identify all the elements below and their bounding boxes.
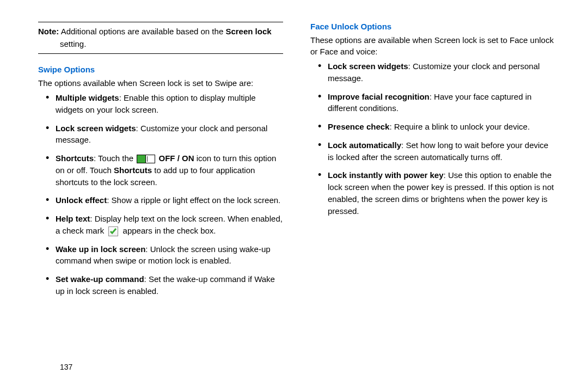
- item-term: Wake up in lock screen: [56, 244, 145, 254]
- list-item: Help text: Display help text on the lock…: [46, 213, 283, 237]
- item-term: Presence check: [328, 122, 389, 131]
- note-section: Note: Additional options are available b…: [38, 22, 283, 54]
- item-term: Lock automatically: [328, 140, 401, 150]
- item-desc-after: appears in the check box.: [120, 226, 216, 235]
- checkmark-icon: [108, 226, 118, 236]
- page-number: 137: [60, 363, 72, 371]
- swipe-list: Multiple widgets: Enable this option to …: [38, 92, 283, 297]
- swipe-intro: The options available when Screen lock i…: [38, 77, 283, 89]
- list-item: Lock instantly with power key: Use this …: [318, 169, 555, 217]
- list-item: Unlock effect: Show a ripple or light ef…: [46, 194, 283, 206]
- list-item: Lock screen widgets: Customize your cloc…: [318, 60, 555, 84]
- note-label: Note:: [38, 27, 59, 36]
- face-list: Lock screen widgets: Customize your cloc…: [310, 60, 555, 217]
- note-text-before: Additional options are available based o…: [61, 27, 226, 36]
- list-item: Improve facial recognition: Have your fa…: [318, 91, 555, 115]
- list-item: Multiple widgets: Enable this option to …: [46, 92, 283, 116]
- item-desc: : Touch the: [94, 154, 136, 163]
- note-bold-term: Screen lock: [225, 27, 271, 36]
- note-text-after: setting.: [60, 39, 86, 48]
- list-item: Wake up in lock screen: Unlock the scree…: [46, 243, 283, 267]
- item-term: Lock instantly with power key: [328, 170, 444, 180]
- list-item: Presence check: Require a blink to unloc…: [318, 121, 555, 133]
- list-item: Set wake-up command: Set the wake-up com…: [46, 273, 283, 297]
- item-term: Unlock effect: [56, 195, 107, 205]
- toggle-icon: [137, 155, 155, 163]
- toggle-label: OFF / ON: [158, 154, 194, 163]
- item-term: Help text: [56, 214, 90, 223]
- item-desc: : Require a blink to unlock your device.: [389, 122, 530, 131]
- list-item: Shortcuts: Touch the OFF / ON icon to tu…: [46, 152, 283, 188]
- item-bold-inner: Shortcuts: [114, 166, 152, 175]
- item-term: Lock screen widgets: [328, 62, 408, 71]
- swipe-heading: Swipe Options: [38, 65, 283, 74]
- item-term: Shortcuts: [56, 154, 94, 163]
- item-desc: : Show a ripple or light effect on the l…: [107, 195, 280, 205]
- item-term: Multiple widgets: [56, 93, 119, 102]
- item-term: Lock screen widgets: [56, 124, 136, 133]
- list-item: Lock automatically: Set how long to wait…: [318, 139, 555, 163]
- right-column: Face Unlock Options These options are av…: [310, 22, 555, 376]
- face-heading: Face Unlock Options: [310, 22, 555, 31]
- face-intro: These options are available when Screen …: [310, 34, 555, 57]
- list-item: Lock screen widgets: Customize your cloc…: [46, 122, 283, 146]
- left-column: Note: Additional options are available b…: [38, 22, 283, 376]
- item-term: Improve facial recognition: [328, 92, 430, 101]
- item-term: Set wake-up command: [56, 274, 144, 284]
